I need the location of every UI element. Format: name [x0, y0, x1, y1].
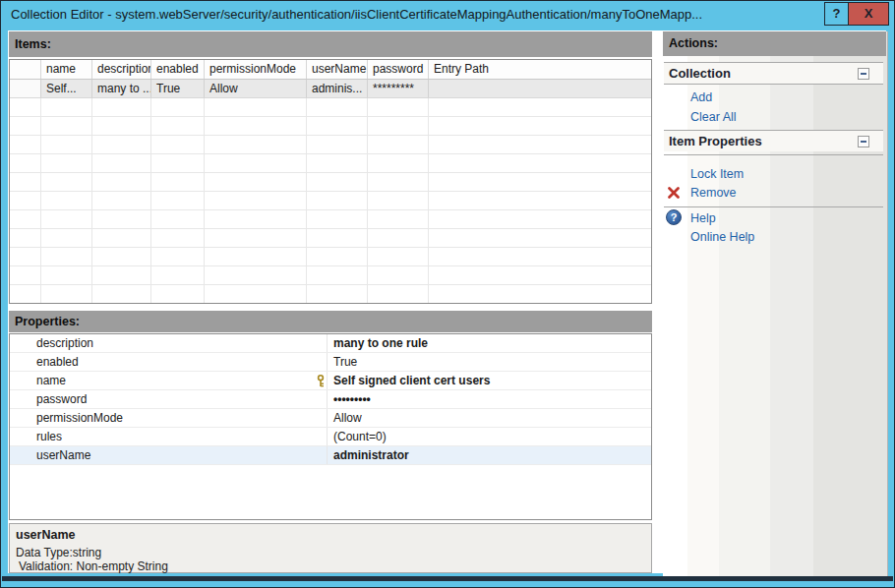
- collapse-item-properties-button[interactable]: [858, 136, 869, 147]
- separator: [664, 206, 883, 207]
- title-bar[interactable]: Collection Editor - system.webServer/sec…: [1, 1, 894, 30]
- grid-vline: [91, 98, 92, 303]
- column-header-enabled[interactable]: enabled: [151, 60, 205, 79]
- grid-vline: [40, 98, 41, 303]
- collection-editor-dialog: Collection Editor - system.webServer/sec…: [0, 0, 895, 588]
- property-row-enabled[interactable]: enabled True: [10, 353, 651, 372]
- property-value[interactable]: Self signed client cert users: [328, 372, 651, 389]
- property-row-password[interactable]: password •••••••••: [10, 390, 651, 409]
- add-link[interactable]: Add: [690, 88, 712, 106]
- column-header-description[interactable]: description: [92, 60, 151, 79]
- items-grid-header: name description enabled permissionMode …: [10, 60, 651, 80]
- separator: [664, 84, 883, 85]
- remove-x-icon: [667, 186, 681, 200]
- column-header-entrypath[interactable]: Entry Path: [429, 60, 651, 79]
- property-name: name: [10, 372, 328, 389]
- lock-item-link[interactable]: Lock Item: [690, 165, 744, 183]
- validation-text: Validation: Non-empty String: [16, 559, 645, 573]
- remove-link[interactable]: Remove: [690, 184, 737, 202]
- property-value[interactable]: many to one rule: [328, 334, 651, 352]
- grid-vline: [367, 98, 368, 303]
- column-header-permissionmode[interactable]: permissionMode: [205, 60, 307, 79]
- property-description-panel: userName Data Type:string Validation: No…: [9, 523, 652, 573]
- help-link[interactable]: Help: [690, 209, 716, 227]
- property-value[interactable]: True: [328, 353, 651, 371]
- separator: [664, 154, 883, 155]
- column-header-password[interactable]: password: [368, 60, 429, 79]
- online-help-link[interactable]: Online Help: [690, 228, 754, 246]
- grid-vline: [204, 98, 205, 303]
- column-header-name[interactable]: name: [41, 60, 92, 79]
- property-row-rules[interactable]: rules (Count=0): [10, 428, 651, 446]
- property-name: rules: [10, 428, 328, 445]
- grid-vline: [428, 98, 429, 303]
- property-value[interactable]: •••••••••: [328, 390, 651, 408]
- cell-username[interactable]: adminis...: [307, 80, 368, 98]
- cell-password[interactable]: *********: [368, 80, 429, 98]
- property-name: userName: [10, 446, 328, 464]
- client-area: Items: name description enabled permissi…: [8, 30, 886, 573]
- property-value[interactable]: (Count=0): [328, 428, 651, 445]
- actions-panel: Actions: Collection Add Clear All Item P…: [663, 31, 888, 576]
- collection-group-title: Collection: [669, 66, 731, 81]
- help-icon: ?: [666, 209, 682, 225]
- property-name: enabled: [10, 353, 328, 371]
- property-value[interactable]: Allow: [328, 409, 651, 427]
- property-name: password: [10, 390, 328, 408]
- row-selector-cell[interactable]: [10, 80, 41, 98]
- help-button[interactable]: ?: [824, 2, 849, 26]
- grid-vline: [150, 98, 151, 303]
- item-properties-group-header: Item Properties: [664, 131, 883, 151]
- property-value[interactable]: administrator: [328, 446, 651, 464]
- property-row-name[interactable]: name Self signed client cert users: [10, 372, 651, 390]
- actions-section-label: Actions:: [663, 31, 886, 56]
- selected-property-name: userName: [16, 528, 645, 542]
- clear-all-link[interactable]: Clear All: [690, 108, 737, 126]
- properties-section-label: Properties:: [9, 311, 652, 332]
- close-button[interactable]: X: [848, 2, 889, 26]
- grid-vline: [306, 98, 307, 303]
- cell-entrypath[interactable]: [429, 80, 651, 98]
- cell-description[interactable]: many to ...: [92, 80, 151, 98]
- property-name: permissionMode: [10, 409, 328, 427]
- key-property-icon: [316, 375, 326, 387]
- property-row-description[interactable]: description many to one rule: [10, 334, 651, 353]
- cell-enabled[interactable]: True: [151, 80, 205, 98]
- cell-name[interactable]: Self...: [41, 80, 92, 98]
- items-grid-empty-rows: [10, 98, 651, 303]
- properties-grid: description many to one rule enabled Tru…: [9, 333, 652, 520]
- property-row-permissionmode[interactable]: permissionMode Allow: [10, 409, 651, 428]
- column-header-rowselector[interactable]: [10, 60, 41, 79]
- column-header-username[interactable]: userName: [307, 60, 368, 79]
- items-section-label: Items:: [9, 31, 652, 57]
- cell-permissionmode[interactable]: Allow: [205, 80, 307, 98]
- items-row-selected[interactable]: Self... many to ... True Allow adminis..…: [10, 80, 651, 98]
- bottom-border-shade: [2, 576, 893, 581]
- collection-group-header: Collection: [664, 63, 883, 84]
- property-row-username[interactable]: userName administrator: [10, 446, 651, 465]
- window-title: Collection Editor - system.webServer/sec…: [11, 7, 807, 22]
- item-properties-group-title: Item Properties: [669, 134, 762, 148]
- property-name: description: [10, 334, 328, 352]
- items-grid: name description enabled permissionMode …: [9, 59, 652, 304]
- data-type-text: Data Type:string: [16, 546, 645, 559]
- collapse-collection-button[interactable]: [858, 68, 869, 80]
